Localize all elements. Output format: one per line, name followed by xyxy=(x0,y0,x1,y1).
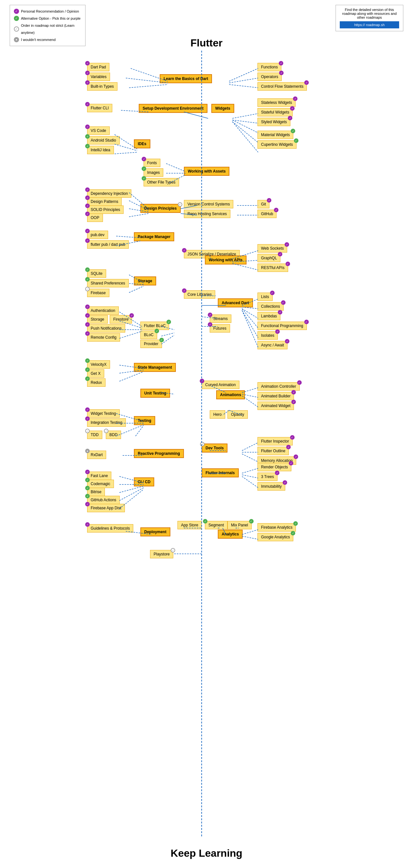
svg-line-71 xyxy=(242,454,258,462)
svg-line-85 xyxy=(242,530,258,534)
getx-badge: ✓ xyxy=(85,367,90,372)
flutter-inspector-node: Flutter Inspector ✓ xyxy=(258,437,293,445)
redux-badge: ✓ xyxy=(85,376,90,381)
animated-builder-node: Animated Builder ✓ xyxy=(258,392,294,400)
repo-hosting-node: Repo Hosting Services xyxy=(184,210,230,218)
animations-node: Animations xyxy=(216,390,245,399)
info-box-text: Find the detailed version of this roadma… xyxy=(342,8,397,19)
web-sockets-node: Web Sockets ✓ xyxy=(258,244,287,253)
svg-line-4 xyxy=(229,68,258,81)
bitrise-badge: ✓ xyxy=(85,486,90,490)
flutter-outline-node: Flutter Outline ✓ xyxy=(258,447,289,455)
web-sockets-badge: ✓ xyxy=(285,242,289,247)
legend-item-gray-outline: ✓ Order in roadmap not strict (Learn any… xyxy=(14,22,81,36)
svg-line-8 xyxy=(184,112,208,118)
storage2-node: ✓ Storage xyxy=(87,315,108,323)
control-flow-node: Control Flow Statements ✓ xyxy=(258,82,307,91)
fonts-badge: ✓ xyxy=(142,157,146,161)
segment-node: ✓ Segment xyxy=(205,521,228,529)
flutter-pub-node: ✓ flutter pub / dart pub xyxy=(87,240,129,249)
design-patterns-node: ✓ Design Patterns xyxy=(87,197,122,206)
solid-principles-node: ✓ SOLID Principles xyxy=(87,206,124,214)
material-widgets-node: Material Widgets ✓ xyxy=(258,131,293,139)
widget-testing-badge: ✓ xyxy=(85,407,90,412)
svg-line-12 xyxy=(232,122,258,143)
flutter-inspector-badge: ✓ xyxy=(290,435,295,440)
dependency-injection-node: ✓ Dependency Injection xyxy=(87,189,131,198)
flutter-bloc-node: Flutter BLoC ✓ xyxy=(140,321,169,330)
shared-preferences-node: ✓ Shared Preferences xyxy=(87,279,129,287)
legend-label-gray-fill: I wouldn't recommend xyxy=(21,36,56,43)
legend: ✓ Personal Recommendation / Opinion ✓ Al… xyxy=(10,5,86,46)
vs-code-node: ✓ VS Code xyxy=(87,126,110,135)
async-badge: ✓ xyxy=(285,339,289,343)
material-badge: ✓ xyxy=(291,129,295,133)
collections-node: Collections ✓ xyxy=(258,302,284,311)
version-control-node: Version Control Systems xyxy=(184,200,233,208)
green-icon: ✓ xyxy=(14,16,19,21)
bloc-node: BLoC ✓ xyxy=(140,331,157,339)
google-analytics-badge: ✓ xyxy=(291,531,295,535)
svg-line-42 xyxy=(242,309,258,328)
images-node: ✓ Images xyxy=(144,168,163,177)
storage2-badge: ✓ xyxy=(85,313,90,318)
variables-badge: ✓ xyxy=(85,71,90,75)
bitrise-node: ✓ Bitrise xyxy=(87,488,105,496)
pub-dev-badge: ✓ xyxy=(85,229,90,233)
firebase-app-dist-badge: ✓ xyxy=(85,502,90,506)
package-manager-node: Package Manager xyxy=(134,232,174,241)
svg-line-86 xyxy=(242,536,258,539)
futures-badge: ✓ xyxy=(208,322,212,327)
core-libs-badge: ✓ xyxy=(182,288,186,293)
styled-badge: ✓ xyxy=(288,116,292,120)
lists-node: Lists ✓ xyxy=(258,292,273,301)
url-badge[interactable]: https:// roadmap.sh xyxy=(340,21,399,28)
dart-pad-node: ✓ Dart Pad xyxy=(87,63,109,71)
codemagic-badge: ✓ xyxy=(85,478,90,482)
flutter-cli-badge: ✓ xyxy=(85,102,90,106)
styled-widgets-node: Styled Widgets ✓ xyxy=(258,118,290,126)
bloc-badge: ✓ xyxy=(154,329,159,333)
legend-item-gray-fill: ● I wouldn't recommend xyxy=(14,36,81,43)
tdd-badge: ✓ xyxy=(85,429,90,433)
operators-badge: ✓ xyxy=(279,71,284,75)
fast-lane-badge: ✓ xyxy=(85,470,90,474)
opacity-node: Opacity xyxy=(228,410,248,419)
func-prog-badge: ✓ xyxy=(304,320,309,324)
unit-testing-node: Unit Testing xyxy=(140,389,170,398)
codemagic-node: ✓ Codemagic xyxy=(87,479,114,488)
guidelines-badge: ✓ xyxy=(85,522,90,527)
widgets-node: Widgets xyxy=(211,104,234,113)
svg-line-80 xyxy=(119,488,144,501)
anim-widget-badge: ✓ xyxy=(291,400,296,404)
svg-line-9 xyxy=(232,114,258,118)
remote-config-node: ✓ Remote Config xyxy=(87,333,120,342)
rx-dart-node: ● RxDart xyxy=(87,451,106,459)
design-principles-badge: ✓ xyxy=(178,202,182,207)
integration-testing-node: ✓ Integration Testing xyxy=(87,418,126,427)
svg-line-67 xyxy=(136,426,144,436)
info-box: Find the detailed version of this roadma… xyxy=(335,5,403,31)
provider-badge: ✓ xyxy=(159,338,164,342)
svg-line-5 xyxy=(229,78,258,83)
other-file-types-node: ✓ Other File Types xyxy=(144,178,179,186)
flutter-pub-badge: ✓ xyxy=(85,238,90,243)
vs-code-badge: ✓ xyxy=(85,125,90,129)
provider-node: Provider ✓ xyxy=(140,340,162,348)
storage-node: Storage xyxy=(134,276,156,285)
authentication-node: ✓ Authentication xyxy=(87,306,119,315)
cupertino-badge: ✓ xyxy=(294,138,298,143)
remote-config-badge: ✓ xyxy=(85,331,90,336)
segment-badge: ✓ xyxy=(203,519,207,524)
firestore-node: ✓ Firestore xyxy=(110,315,132,323)
legend-item-green: ✓ Alternative Option - Pick this or purp… xyxy=(14,15,81,22)
cupertino-widgets-node: Cupertino Widgets ✓ xyxy=(258,140,297,149)
svg-line-32 xyxy=(232,264,258,270)
anim-builder-badge: ✓ xyxy=(291,390,296,395)
reactive-programming-node: Reactive Programming xyxy=(134,449,184,458)
redux-node: ✓ Redux xyxy=(87,378,106,387)
three-trees-badge: ✓ xyxy=(275,471,279,475)
pub-dev-node: ✓ pub.dev xyxy=(87,230,108,239)
svg-line-17 xyxy=(166,163,185,172)
legend-item-purple: ✓ Personal Recommendation / Opinion xyxy=(14,8,81,15)
